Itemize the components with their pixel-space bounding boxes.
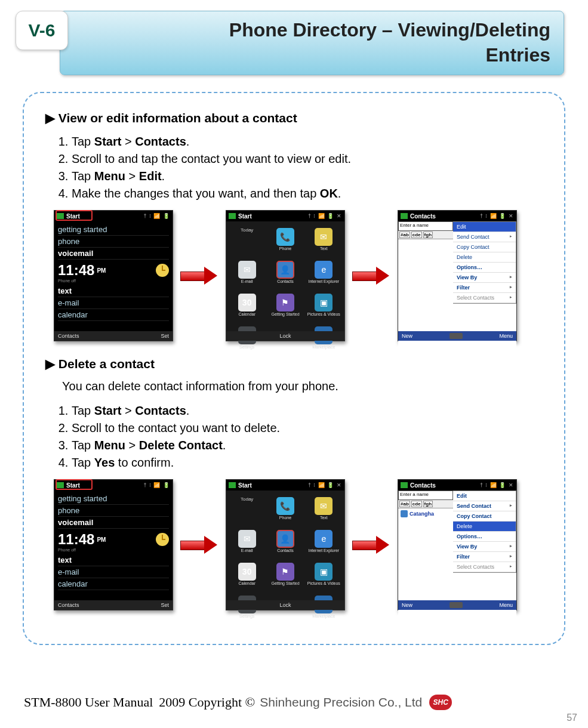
copyright: 2009 Copyright ©	[159, 695, 255, 710]
home-clock: 11:48PM	[58, 260, 169, 281]
contacts-icon: 👤	[276, 261, 294, 279]
phone-home: Start† ⁝ 📶 🔋 getting started phone voice…	[54, 479, 173, 610]
menu-edit: Edit	[453, 222, 516, 232]
section2-subtitle: You can delete contact information from …	[62, 380, 546, 393]
menu-select-contacts: Select Contacts▸	[453, 293, 516, 303]
menu-view-by: View By▸	[453, 273, 516, 283]
windows-flag-icon	[57, 482, 64, 488]
phone-title: Contacts	[410, 213, 436, 220]
getting-started-icon: ⚑	[276, 563, 294, 581]
calendar-icon: 30	[238, 563, 256, 581]
today-label: Today	[229, 224, 265, 255]
phone-contacts-edit: Contacts† ⁝ 📶 🔋 ✕ Enter a name #abcdefgh…	[398, 210, 517, 341]
home-item: getting started	[58, 224, 169, 236]
phone-icon: 📞	[276, 228, 294, 246]
keyboard-icon	[450, 333, 463, 339]
menu-edit: Edit	[453, 491, 516, 501]
section-badge: V-6	[16, 11, 68, 50]
menu-delete: Delete	[453, 522, 516, 532]
softkey-center: Lock	[279, 333, 291, 339]
menu-send-contact: Send Contact▸	[453, 232, 516, 242]
text-icon: ✉	[315, 228, 333, 246]
home-item: phone	[58, 236, 169, 248]
manual-name: STM-8800 User Manual	[24, 695, 153, 710]
step: Scroll to and tap the contact you want t…	[72, 151, 546, 167]
softkey-right: Menu	[499, 333, 513, 339]
arrow-icon	[352, 267, 390, 285]
context-menu: Edit Send Contact▸ Copy Contact Delete O…	[453, 491, 516, 573]
phone-icon: 📞	[276, 497, 294, 515]
page-title-line2: Entries	[486, 43, 550, 68]
phone-home: Start† ⁝ 📶 🔋 getting started phone voice…	[54, 210, 173, 341]
step: Tap Start > Contacts.	[72, 403, 546, 419]
phone-start-grid: Start† ⁝ 📶 🔋 ✕ Today 📞Phone ✉Text ✉E-mai…	[226, 479, 345, 610]
home-item: e-mail	[58, 297, 169, 309]
menu-copy-contact: Copy Contact	[453, 511, 516, 522]
menu-options: Options…	[453, 263, 516, 273]
section1-title: View or edit information about a contact	[45, 111, 546, 125]
status-icons: † ⁝ 📶 🔋 ✕	[308, 213, 342, 219]
menu-send-contact: Send Contact▸	[453, 501, 516, 511]
page-footer: STM-8800 User Manual 2009 Copyright © Sh…	[0, 695, 588, 710]
windows-flag-icon	[229, 482, 236, 488]
menu-copy-contact: Copy Contact	[453, 242, 516, 252]
home-item: voicemail	[58, 248, 169, 260]
menu-options: Options…	[453, 532, 516, 542]
contacts-icon: 👤	[276, 530, 294, 548]
phone-row-1: Start† ⁝ 📶 🔋 getting started phone voice…	[54, 210, 546, 341]
section2-steps: Tap Start > Contacts. Scroll to the cont…	[72, 403, 546, 471]
step: Tap Start > Contacts.	[72, 134, 546, 150]
section2-title: Delete a contact	[45, 357, 546, 371]
name-input: Enter a name	[398, 491, 453, 500]
menu-filter: Filter▸	[453, 283, 516, 293]
softkey-left: New	[402, 333, 412, 339]
home-item: text	[58, 285, 169, 297]
pictures-icon: ▣	[315, 563, 333, 581]
keyboard-icon	[450, 602, 463, 608]
step: Tap Yes to confirm.	[72, 455, 546, 471]
step: Scroll to the contact you want to delete…	[72, 420, 546, 436]
page-title-bar: Phone Directory – Viewing/Deleting Entri…	[60, 11, 564, 75]
getting-started-icon: ⚑	[276, 294, 294, 311]
windows-flag-icon	[229, 213, 236, 219]
menu-view-by: View By▸	[453, 542, 516, 552]
section1-steps: Tap Start > Contacts. Scroll to and tap …	[72, 134, 546, 202]
softkey-right: Set	[161, 333, 169, 339]
status-icons: † ⁝ 📶 🔋 ✕	[480, 213, 514, 219]
phone-row-2: Start† ⁝ 📶 🔋 getting started phone voice…	[54, 479, 546, 610]
phone-title: Start	[66, 213, 80, 220]
home-item: calendar	[58, 309, 169, 321]
phone-start-grid: Start† ⁝ 📶 🔋 ✕ Today 📞Phone ✉Text ✉E-mai…	[226, 210, 345, 341]
clock-icon	[156, 264, 169, 277]
phone-contacts-delete: Contacts† ⁝ 📶 🔋 ✕ Enter a name #abcdefgh…	[398, 479, 517, 610]
windows-flag-icon	[401, 213, 408, 219]
avatar-icon	[401, 510, 408, 517]
step: Tap Menu > Delete Contact.	[72, 437, 546, 454]
email-icon: ✉	[238, 530, 256, 548]
context-menu: Edit Send Contact▸ Copy Contact Delete O…	[453, 221, 516, 304]
ie-icon: e	[315, 261, 333, 279]
name-input: Enter a name	[398, 221, 453, 231]
pictures-icon: ▣	[315, 294, 333, 311]
company-logo-badge: SHC	[429, 695, 452, 710]
start-grid: Today 📞Phone ✉Text ✉E-mail 👤Contacts eIn…	[226, 221, 344, 331]
arrow-icon	[352, 536, 390, 554]
step: Tap Menu > Edit.	[72, 168, 546, 184]
phone-title: Start	[238, 213, 252, 220]
page-number: 57	[567, 712, 577, 723]
status-icons: † ⁝ 📶 🔋	[143, 482, 170, 488]
phone-off: Phone off	[58, 279, 169, 283]
arrow-icon	[180, 267, 218, 285]
page-title-line1: Phone Directory – Viewing/Deleting	[229, 18, 550, 43]
menu-filter: Filter▸	[453, 552, 516, 562]
contact-entry: Catangha	[401, 510, 451, 518]
menu-delete: Delete	[453, 252, 516, 263]
alpha-tabs: #abcdefgh	[398, 231, 453, 239]
step: Make the changes that you want, and then…	[72, 186, 546, 202]
text-icon: ✉	[315, 497, 333, 515]
clock-icon	[156, 533, 169, 546]
phone-title: Start	[66, 482, 80, 489]
status-icons: † ⁝ 📶 🔋	[143, 213, 170, 219]
company-name: Shinheung Precision Co., Ltd	[260, 695, 422, 710]
windows-flag-icon	[401, 482, 408, 488]
